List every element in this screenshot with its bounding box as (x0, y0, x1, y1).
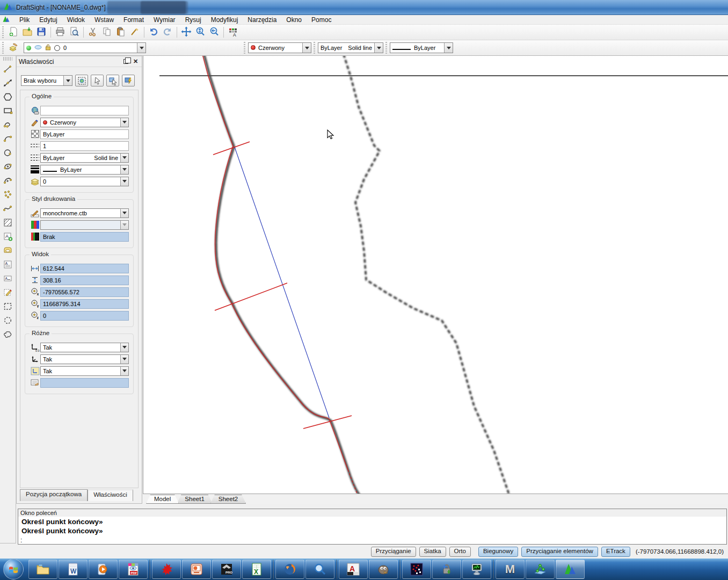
print-preview-button[interactable] (67, 26, 81, 39)
color-property-combo[interactable]: Czerwony (40, 118, 129, 127)
taskbar-m-app-button[interactable]: M (496, 560, 525, 579)
ucs-view-dropdown[interactable] (120, 367, 128, 375)
taskbar-corel-button[interactable] (152, 560, 181, 579)
taskbar-media-player-button[interactable] (89, 560, 118, 579)
points-tool-button[interactable] (0, 187, 15, 201)
esnap-toggle-button[interactable]: Przyciąganie elementów (521, 547, 598, 557)
open-file-button[interactable] (20, 26, 34, 39)
taskbar-nodes-app-button[interactable] (526, 560, 555, 579)
center-y-field[interactable]: 11668795.314 (40, 299, 129, 309)
toolbar-grip[interactable] (384, 42, 389, 54)
cloud-tool-button[interactable] (0, 313, 15, 327)
selection-combo-dropdown[interactable] (63, 76, 72, 85)
menu-rysuj[interactable]: Rysuj (180, 16, 206, 24)
paste-button[interactable] (114, 26, 128, 39)
view-height-field[interactable]: 308.16 (40, 276, 129, 285)
layer-combo[interactable]: 0 (24, 42, 146, 53)
taskbar-dots-app-button[interactable] (402, 560, 431, 579)
tab-model[interactable]: Model (146, 495, 179, 504)
menu-plik[interactable]: Plik (14, 16, 34, 24)
tab-pozycja-poczatkowa[interactable]: Pozycja początkowa (20, 489, 88, 501)
taskbar-powerpoint-button[interactable] (182, 560, 211, 579)
close-panel-button[interactable]: ✕ (132, 58, 140, 66)
linestyle-property-combo[interactable]: ByLayerSolid line (40, 153, 129, 163)
layer-property-combo[interactable]: 0 (40, 177, 129, 186)
print-mode-field[interactable]: Brak (40, 232, 129, 242)
menu-modyfikuj[interactable]: Modyfikuj (206, 16, 243, 24)
taskbar-draftsight-button[interactable] (556, 560, 585, 579)
new-file-button[interactable] (6, 26, 20, 39)
save-button[interactable] (34, 26, 48, 39)
print-style-combo[interactable]: monochrome.ctb (40, 208, 129, 218)
linestyle-combo[interactable]: ByLayerSolid line (318, 42, 383, 53)
taskbar-autocad-button[interactable]: A (339, 560, 368, 579)
taskbar-excel-button[interactable]: X (242, 560, 271, 579)
toolbar-grip[interactable] (243, 42, 247, 54)
ucs-combo[interactable]: Tak (40, 354, 129, 364)
taskbar-search-button[interactable] (305, 560, 334, 579)
pan-button[interactable] (179, 26, 193, 39)
layer-combo-dropdown[interactable] (137, 43, 145, 53)
lineweight-property-combo[interactable]: ByLayer (40, 165, 129, 175)
print-style-dropdown[interactable] (120, 209, 128, 218)
menu-widok[interactable]: Widok (62, 16, 90, 24)
cut-button[interactable] (86, 26, 100, 39)
menu-narzedzia[interactable]: Narzędzia (243, 16, 281, 24)
zoom-previous-button[interactable] (207, 26, 221, 39)
note-tool-button[interactable]: A (0, 257, 15, 271)
arc-tool-button[interactable] (0, 132, 15, 146)
start-button[interactable] (3, 559, 24, 579)
simple-note-tool-button[interactable]: A (0, 271, 15, 285)
revision-cloud-tool-button[interactable] (0, 327, 15, 341)
ortho-toggle-button[interactable]: Orto (449, 547, 471, 557)
circle-tool-button[interactable] (0, 146, 15, 160)
taskbar-perf-monitor-button[interactable] (462, 560, 491, 579)
ucs-dropdown[interactable] (120, 355, 128, 364)
linestyle-combo-dropdown[interactable] (374, 43, 383, 53)
undo-button[interactable] (147, 26, 161, 39)
color-property-dropdown[interactable] (120, 118, 128, 127)
view-width-field[interactable]: 612.544 (40, 264, 129, 273)
select-entities-button[interactable] (75, 75, 88, 86)
menu-format[interactable]: Format (119, 16, 149, 24)
polar-toggle-button[interactable]: Biegunowy (478, 547, 518, 557)
color-combo[interactable]: Czerwony (248, 42, 311, 53)
linescale-field[interactable]: 1 (40, 141, 129, 151)
taskbar-explorer-button[interactable] (28, 560, 57, 579)
taskbar-gimp-button[interactable] (369, 560, 398, 579)
tab-sheet2[interactable]: Sheet2 (210, 495, 246, 504)
lineweight-combo-dropdown[interactable] (444, 43, 453, 53)
toolbar-grip[interactable] (312, 42, 317, 54)
ucs-origin-dropdown[interactable] (120, 343, 128, 352)
center-x-field[interactable]: -7970556.572 (40, 287, 129, 297)
taskbar-pdf-viewer-button[interactable]: PDF (119, 560, 148, 579)
float-panel-button[interactable] (122, 58, 130, 66)
infinite-line-tool-button[interactable] (0, 76, 15, 90)
etrack-toggle-button[interactable]: ETrack (601, 547, 630, 557)
linestyle-property-dropdown[interactable] (120, 154, 128, 162)
ucs-origin-combo[interactable]: Tak (40, 343, 129, 352)
layers-manager-button[interactable] (6, 41, 20, 54)
print-button[interactable] (53, 26, 67, 39)
tab-wlasciwosci[interactable]: Właściwości (88, 489, 133, 501)
taskbar-word-button[interactable]: W (59, 560, 88, 579)
lineweight-property-dropdown[interactable] (120, 165, 128, 174)
center-z-field[interactable]: 0 (40, 311, 129, 321)
selection-combo[interactable]: Brak wyboru (21, 75, 72, 86)
menu-wstaw[interactable]: Wstaw (90, 16, 119, 24)
zoom-dynamic-button[interactable] (193, 26, 207, 39)
layer-property-dropdown[interactable] (120, 177, 128, 186)
properties-panel-header[interactable]: Właściwości ✕ (17, 56, 142, 67)
taskbar-pro-app-button[interactable]: PRO (212, 560, 241, 579)
quick-select-button[interactable] (122, 75, 135, 86)
grid-toggle-button[interactable]: Siatka (419, 547, 446, 557)
annotation-insert-tool-button[interactable]: A (0, 229, 15, 243)
format-painter-button[interactable] (128, 26, 142, 39)
color-combo-dropdown[interactable] (302, 43, 311, 53)
lineweight-combo[interactable]: ByLayer (390, 42, 453, 53)
taskbar-firefox-button[interactable] (275, 560, 304, 579)
command-window-title[interactable]: Okno poleceń (18, 509, 727, 517)
copy-button[interactable] (100, 26, 114, 39)
line-tool-button[interactable] (0, 62, 15, 76)
pointer-select-button[interactable] (91, 75, 104, 86)
